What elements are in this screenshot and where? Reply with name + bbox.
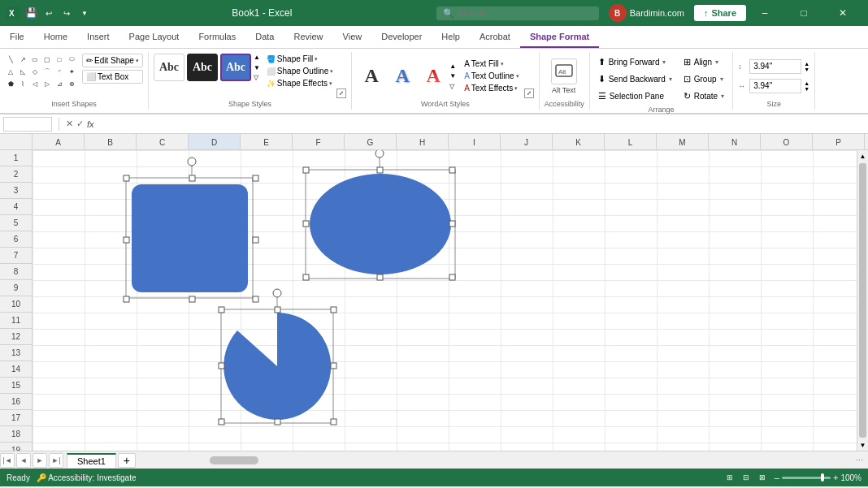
curve-shape-icon[interactable]: ⌒ (41, 66, 53, 77)
shape-outline-btn[interactable]: ⬜ Shape Outline ▾ (265, 66, 335, 76)
col-header-e[interactable]: E (241, 134, 293, 150)
tab-insert[interactable]: Insert (77, 26, 119, 48)
diamond-shape-icon[interactable]: ◇ (29, 66, 41, 77)
handle-tl-3[interactable] (219, 307, 224, 313)
wordart-btn-plain[interactable]: A (357, 63, 386, 90)
sheet-options-icon[interactable]: ⋯ (854, 455, 865, 466)
row-header-4[interactable]: 4 (0, 199, 33, 215)
col-header-m[interactable]: M (657, 134, 709, 150)
rounded-rect-shape-icon[interactable]: ▢ (41, 54, 53, 65)
col-header-l[interactable]: L (605, 134, 657, 150)
handle-br-2[interactable] (449, 274, 455, 280)
scroll-down-btn[interactable]: ▼ (857, 439, 868, 451)
selection-pane-btn[interactable]: ☰ Selection Pane (595, 88, 675, 104)
handle-tr-3[interactable] (331, 307, 336, 313)
row-header-10[interactable]: 10 (0, 296, 33, 313)
wordart-styles-expand[interactable]: ⤢ (524, 89, 534, 98)
handle-bm-1[interactable] (189, 296, 195, 302)
width-down[interactable]: ▼ (804, 86, 809, 92)
handle-tm-3[interactable] (275, 307, 280, 313)
redo-icon[interactable]: ↪ (60, 6, 73, 19)
col-header-i[interactable]: I (449, 134, 501, 150)
formula-input[interactable] (98, 119, 865, 129)
triangle-shape-icon[interactable]: △ (5, 66, 16, 77)
col-header-b[interactable]: B (85, 134, 137, 150)
tab-help[interactable]: Help (432, 26, 470, 48)
page-break-view-btn[interactable]: ⊠ (755, 470, 770, 485)
rotate-btn[interactable]: ↻ Rotate ▾ (680, 88, 727, 104)
sheet-nav-first[interactable]: |◄ (0, 453, 15, 468)
zoom-slider[interactable] (782, 477, 831, 479)
zoom-out-btn[interactable]: – (775, 473, 779, 482)
col-header-h[interactable]: H (397, 134, 449, 150)
handle-tl-2[interactable] (303, 167, 309, 173)
rect-shape-icon[interactable]: ▭ (29, 54, 41, 65)
scroll-thumb-h[interactable] (210, 456, 258, 464)
tab-shape-format[interactable]: Shape Format (520, 26, 599, 48)
rounded-rect-shape[interactable] (132, 184, 248, 292)
col-header-k[interactable]: K (553, 134, 605, 150)
rotate-handle-1[interactable] (188, 158, 196, 166)
col-header-d[interactable]: D (189, 134, 241, 150)
handle-br-3[interactable] (331, 419, 336, 425)
wordart-more[interactable]: ▽ (449, 83, 456, 90)
row-header-3[interactable]: 3 (0, 183, 33, 199)
s3-icon[interactable]: ◁ (29, 78, 41, 89)
scrollbar-vertical[interactable]: ▲ ▼ (857, 150, 868, 451)
cylinder-shape-icon[interactable]: ⬭ (66, 54, 77, 65)
name-box[interactable] (3, 117, 52, 132)
col-header-n[interactable]: N (709, 134, 761, 150)
undo-icon[interactable]: ↩ (42, 6, 55, 19)
height-down[interactable]: ▼ (804, 67, 809, 72)
style-btn-1[interactable]: Abc (154, 54, 184, 81)
handle-tl-1[interactable] (124, 175, 129, 181)
save-icon[interactable]: 💾 (24, 6, 37, 19)
ellipse-shape[interactable] (310, 174, 451, 274)
tab-file[interactable]: File (0, 26, 34, 48)
alt-text-btn[interactable]: Alt Alt Text (545, 55, 584, 97)
formula-fx-icon[interactable]: fx (87, 119, 94, 129)
row-header-18[interactable]: 18 (0, 426, 33, 443)
arrow-shape-icon[interactable]: ↗ (17, 54, 28, 65)
handle-tr-1[interactable] (253, 175, 258, 181)
col-header-q[interactable]: Q (865, 134, 868, 150)
close-button[interactable]: ✕ (824, 0, 861, 26)
wordart-btn-blue[interactable]: A (388, 63, 417, 90)
text-effects-btn[interactable]: A Text Effects ▾ (462, 83, 520, 93)
row-header-19[interactable]: 19 (0, 443, 33, 451)
sheet-nav-next[interactable]: ► (33, 453, 47, 468)
row-header-11[interactable]: 11 (0, 313, 33, 329)
rtriangle-shape-icon[interactable]: ◺ (17, 66, 28, 77)
wordart-scroll-down[interactable]: ▼ (449, 72, 456, 80)
maximize-button[interactable]: □ (785, 0, 822, 26)
tab-data[interactable]: Data (245, 26, 284, 48)
col-header-f[interactable]: F (293, 134, 345, 150)
handle-tm-1[interactable] (189, 175, 195, 181)
handle-bl-3[interactable] (219, 419, 224, 425)
col-header-g[interactable]: G (345, 134, 397, 150)
row-header-12[interactable]: 12 (0, 329, 33, 345)
s4-icon[interactable]: ▷ (41, 78, 53, 89)
sheet-tab-1[interactable]: Sheet1 (67, 453, 116, 468)
row-header-15[interactable]: 15 (0, 378, 33, 394)
formula-confirm-icon[interactable]: ✓ (76, 119, 84, 129)
arc-shape-icon[interactable]: ◜ (54, 66, 65, 77)
text-outline-btn[interactable]: A Text Outline ▾ (462, 71, 520, 81)
zoom-slider-thumb[interactable] (821, 473, 824, 482)
bring-forward-btn[interactable]: ⬆ Bring Forward ▾ (595, 54, 675, 70)
sheet-nav-last[interactable]: ►| (49, 453, 63, 468)
sheet-nav-prev[interactable]: ◄ (16, 453, 31, 468)
handle-br-1[interactable] (253, 296, 258, 302)
s2-icon[interactable]: ⌇ (17, 78, 28, 89)
row-header-6[interactable]: 6 (0, 231, 33, 248)
col-header-a[interactable]: A (33, 134, 85, 150)
share-button[interactable]: ↑ Share (694, 5, 746, 21)
handle-bm-2[interactable] (377, 274, 383, 280)
edit-shape-btn[interactable]: ✏ Edit Shape ▾ (82, 54, 143, 67)
width-up[interactable]: ▲ (804, 80, 809, 86)
width-input[interactable] (749, 79, 801, 93)
row-header-5[interactable]: 5 (0, 215, 33, 231)
handle-mr-3[interactable] (331, 363, 336, 369)
style-btn-3[interactable]: Abc (220, 54, 251, 81)
handle-bl-2[interactable] (303, 274, 309, 280)
